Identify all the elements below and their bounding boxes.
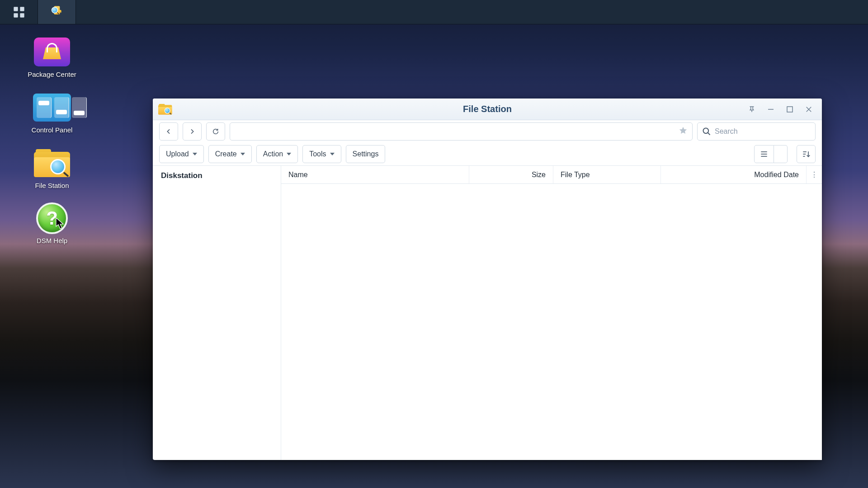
sort-icon	[802, 150, 811, 159]
caret-down-icon	[330, 153, 335, 155]
navigation-bar	[153, 120, 822, 143]
chevron-left-icon	[165, 128, 172, 135]
desktop-icon-label: Package Center	[28, 70, 76, 79]
svg-rect-5	[787, 107, 793, 112]
minimize-button[interactable]	[766, 104, 776, 114]
upload-button[interactable]: Upload	[159, 145, 204, 163]
desktop-icon-label: File Station	[35, 182, 69, 190]
chevron-right-icon	[189, 128, 196, 135]
settings-button[interactable]: Settings	[346, 145, 386, 163]
forward-button[interactable]	[183, 122, 202, 141]
caret-down-icon	[241, 153, 245, 155]
tree-root[interactable]: Diskstation	[161, 171, 273, 180]
button-label: Action	[263, 150, 283, 158]
svg-line-9	[708, 133, 710, 135]
create-button[interactable]: Create	[208, 145, 252, 163]
desktop-icon-dsm-help[interactable]: ? DSM Help	[18, 202, 86, 245]
favorite-button[interactable]	[679, 126, 688, 137]
apps-menu-button[interactable]	[0, 0, 38, 24]
desktop-icon-label: DSM Help	[37, 237, 67, 245]
pin-button[interactable]	[747, 104, 757, 114]
desktop-icons: Package Center Control Panel File Statio…	[18, 36, 86, 245]
refresh-icon	[212, 128, 219, 135]
view-mode-group	[754, 145, 788, 163]
button-label: Tools	[309, 150, 326, 158]
taskbar-file-station[interactable]	[38, 0, 76, 24]
folder-magnifier-icon	[158, 104, 171, 115]
svg-rect-2	[14, 13, 18, 17]
content-area: Diskstation Name Size File Type Modified…	[153, 165, 822, 460]
folder-magnifier-icon	[34, 149, 70, 177]
tree-pane[interactable]: Diskstation	[153, 166, 281, 460]
file-list[interactable]	[281, 184, 822, 460]
question-mark-icon: ?	[36, 202, 68, 234]
svg-rect-0	[14, 7, 18, 11]
column-headers: Name Size File Type Modified Date ⋮	[281, 166, 822, 184]
desktop-icon-control-panel[interactable]: Control Panel	[18, 92, 86, 135]
star-icon	[679, 126, 688, 135]
column-modified[interactable]: Modified Date	[661, 166, 807, 183]
apps-grid-icon	[13, 6, 25, 19]
folder-magnifier-icon	[54, 9, 60, 14]
path-field[interactable]	[230, 122, 693, 141]
window-controls	[747, 104, 818, 114]
desktop-icon-file-station[interactable]: File Station	[18, 147, 86, 190]
view-mode-dropdown[interactable]	[774, 145, 788, 163]
button-label: Upload	[166, 150, 189, 158]
column-name[interactable]: Name	[281, 166, 469, 183]
column-type[interactable]: File Type	[553, 166, 661, 183]
back-button[interactable]	[159, 122, 178, 141]
action-button[interactable]: Action	[256, 145, 298, 163]
search-icon	[702, 127, 711, 136]
taskbar	[0, 0, 868, 24]
maximize-icon	[786, 105, 794, 113]
desktop-icon-label: Control Panel	[32, 126, 73, 135]
desktop-icon-package-center[interactable]: Package Center	[18, 36, 86, 79]
svg-rect-1	[20, 7, 24, 11]
caret-down-icon	[287, 153, 291, 155]
sort-button[interactable]	[797, 145, 816, 163]
file-station-window: File Station	[153, 99, 822, 460]
titlebar[interactable]: File Station	[153, 99, 822, 120]
svg-point-8	[703, 128, 709, 134]
close-button[interactable]	[804, 104, 814, 114]
minimize-icon	[767, 105, 775, 113]
window-title: File Station	[153, 104, 822, 114]
tools-button[interactable]: Tools	[302, 145, 341, 163]
column-size[interactable]: Size	[469, 166, 553, 183]
search-input[interactable]	[715, 127, 811, 136]
list-icon	[760, 150, 769, 159]
maximize-button[interactable]	[785, 104, 795, 114]
svg-rect-3	[20, 13, 24, 17]
refresh-button[interactable]	[206, 122, 225, 141]
shopping-bag-icon	[34, 38, 70, 66]
button-label: Settings	[353, 150, 379, 158]
pin-icon	[748, 105, 756, 113]
caret-down-icon	[193, 153, 197, 155]
column-menu-button[interactable]: ⋮	[807, 166, 822, 183]
view-list-button[interactable]	[754, 145, 774, 163]
toolbar: Upload Create Action Tools Settings	[153, 143, 822, 165]
list-pane: Name Size File Type Modified Date ⋮	[281, 166, 822, 460]
button-label: Create	[215, 150, 237, 158]
sliders-icon	[33, 94, 71, 122]
close-icon	[805, 105, 813, 113]
search-box[interactable]	[697, 122, 816, 141]
